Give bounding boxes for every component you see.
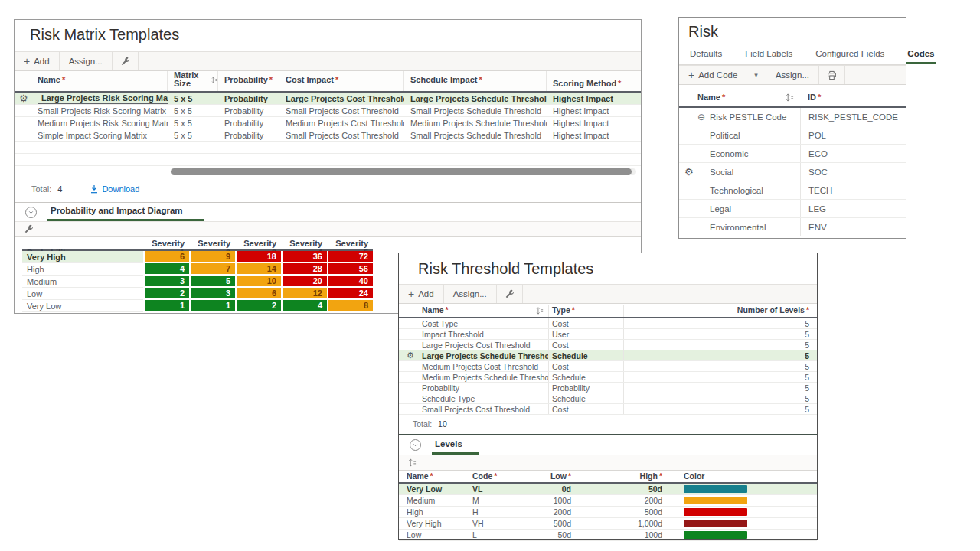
probability-label[interactable]: Very Low [22,300,143,312]
matrix-cell[interactable]: 2 [143,288,189,300]
table-row[interactable]: Political POL [679,126,906,145]
column-header-high[interactable]: High* [577,471,668,482]
add-button[interactable]: + Add [399,285,444,303]
table-row[interactable]: Impact ThresholdUser5 [399,329,817,340]
table-row[interactable]: Small Projects Risk Scoring Matrix 5 x 5… [15,105,641,117]
table-row[interactable]: Very Low VL 0d 50d [399,484,817,495]
column-header-name[interactable]: Name* [697,93,800,106]
probability-label[interactable]: Low [22,288,143,300]
table-row[interactable]: ⊖Risk PESTLE Code RISK_PESTLE_CODE [679,108,906,126]
table-row[interactable]: Low L 50d 100d [399,530,817,541]
column-header-cost-impact[interactable]: Cost Impact* [279,71,404,91]
download-link[interactable]: Download [90,184,139,194]
collapse-node-icon[interactable]: ⊖ [697,112,705,122]
matrix-cell[interactable]: 7 [189,263,235,276]
gear-icon[interactable]: ⚙ [407,351,414,360]
table-row[interactable]: Technological TECH [679,181,906,200]
table-row[interactable]: ⚙ Large Projects Risk Scoring Matrix 5 x… [15,93,641,105]
column-header-color[interactable]: Color [668,471,817,482]
matrix-cell[interactable]: 2 [235,300,281,312]
column-header-probability[interactable]: Probability* [218,71,279,91]
matrix-cell[interactable]: 4 [281,300,327,312]
table-row[interactable]: ProbabilityProbability5 [399,383,817,393]
settings-wrench-button[interactable] [497,285,523,303]
matrix-cell[interactable]: 6 [143,251,189,263]
table-row[interactable]: ⚙ Social SOC [679,163,906,181]
matrix-cell[interactable]: 20 [281,276,327,288]
assign-button[interactable]: Assign... [60,52,113,70]
probability-label[interactable]: Very High [22,251,143,263]
table-row[interactable]: Environmental ENV [679,218,906,236]
sort-icon[interactable] [211,76,217,84]
table-row[interactable]: Economic ECO [679,145,906,163]
matrix-cell[interactable]: 18 [235,251,281,263]
tab-field-labels[interactable]: Field Labels [743,47,794,64]
matrix-cell[interactable]: 56 [327,263,373,276]
table-row[interactable]: Medium M 100d 200d [399,495,817,507]
assign-button[interactable]: Assign... [766,66,819,84]
matrix-cell[interactable]: 10 [235,276,281,288]
matrix-cell[interactable]: 3 [143,276,189,288]
table-row[interactable]: Large Projects Cost ThresholdCost5 [399,340,817,350]
probability-label[interactable]: Medium [22,276,143,288]
table-row[interactable]: Legal LEG [679,200,906,218]
matrix-cell[interactable]: 24 [327,288,373,300]
assign-button[interactable]: Assign... [444,285,497,303]
table-row[interactable]: Medium Projects Schedule ThresholdSchedu… [399,372,817,383]
column-header-id[interactable]: ID* [800,93,906,106]
matrix-cell[interactable]: 1 [189,300,235,312]
tab-codes[interactable]: Codes [906,47,936,64]
gear-icon[interactable]: ⚙ [19,93,28,103]
column-header-name[interactable]: Name* [33,71,168,91]
matrix-cell[interactable]: 8 [327,300,373,312]
sort-icon[interactable] [408,458,416,467]
matrix-cell[interactable]: 5 [189,276,235,288]
sort-icon[interactable] [786,93,794,102]
table-row[interactable]: Medium Projects Cost ThresholdCost5 [399,361,817,372]
scrollbar-thumb[interactable] [171,168,632,175]
table-row[interactable]: Schedule TypeSchedule5 [399,393,817,404]
matrix-cell[interactable]: 40 [327,276,373,288]
wrench-icon[interactable] [24,224,34,234]
probability-label[interactable]: High [22,263,143,276]
add-code-button[interactable]: + Add Code [679,66,746,84]
column-header-name[interactable]: Name* [407,471,472,482]
column-header-type[interactable]: Type* [549,305,624,317]
sort-icon[interactable] [536,307,544,315]
matrix-cell[interactable]: 36 [281,251,327,263]
column-header-low[interactable]: Low* [515,471,577,482]
matrix-cell[interactable]: 3 [189,288,235,300]
matrix-cell[interactable]: 9 [189,251,235,263]
table-row[interactable]: Very High VH 500d 1,000d [399,518,817,530]
row-name-cell[interactable]: Large Projects Risk Scoring Matrix [38,93,168,104]
table-row[interactable]: Cost TypeCost5 [399,318,817,329]
column-header-code[interactable]: Code* [472,471,515,482]
column-header-matrix-size[interactable]: Matrix Size [168,71,218,91]
table-row[interactable]: Simple Impact Scoring Matrix 5 x 5 Proba… [15,129,641,142]
collapse-section-icon[interactable] [25,207,37,218]
tab-probability-impact-diagram[interactable]: Probability and Impact Diagram [47,203,204,221]
matrix-cell[interactable]: 14 [235,263,281,276]
matrix-cell[interactable]: 6 [235,288,281,300]
table-row[interactable]: High H 200d 500d [399,507,817,518]
matrix-cell[interactable]: 12 [281,288,327,300]
matrix-cell[interactable]: 1 [143,300,189,312]
table-row[interactable]: Small Projects Cost ThresholdCost5 [399,404,817,415]
column-header-number-of-levels[interactable]: Number of Levels* [624,305,817,317]
column-header-name[interactable]: Name* [419,305,549,317]
horizontal-scrollbar[interactable] [171,168,636,175]
tab-configured-fields[interactable]: Configured Fields [814,47,886,64]
gear-icon[interactable]: ⚙ [684,166,694,178]
print-button[interactable] [819,66,845,84]
add-button[interactable]: + Add [15,52,60,70]
matrix-cell[interactable]: 28 [281,263,327,276]
tab-levels[interactable]: Levels [432,436,479,455]
settings-wrench-button[interactable] [113,52,139,70]
tab-defaults[interactable]: Defaults [688,47,724,64]
column-header-schedule-impact[interactable]: Schedule Impact* [404,71,547,91]
matrix-cell[interactable]: 72 [327,251,373,263]
table-row[interactable]: ⚙ Large Projects Schedule ThresholdSched… [399,350,817,361]
column-header-scoring-method[interactable]: Scoring Method* [547,79,641,91]
add-code-dropdown-button[interactable]: ▾ [746,66,766,84]
matrix-cell[interactable]: 4 [143,263,189,276]
